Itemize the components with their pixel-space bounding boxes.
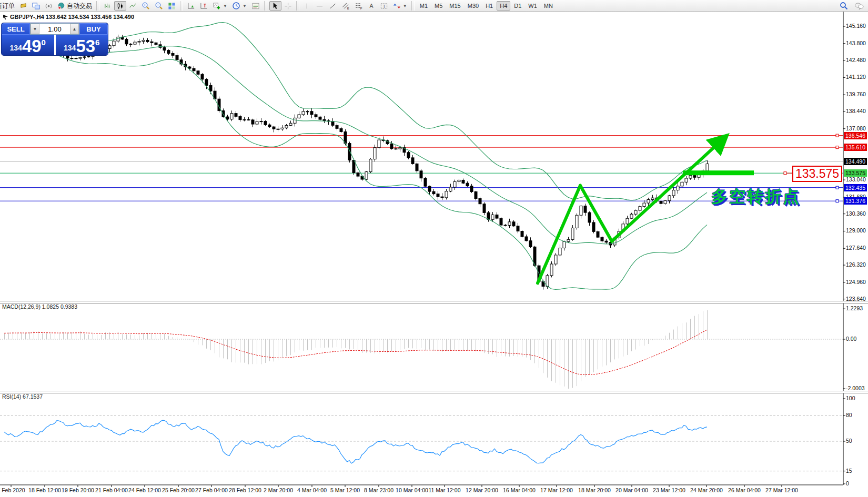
candle [66,56,69,58]
candle [588,212,591,222]
candle [306,111,309,112]
sell-button[interactable]: SELL [2,23,30,35]
candle [374,148,376,159]
trend-arrow [612,137,725,241]
volume-value[interactable]: 1.00 [39,24,70,34]
candle [445,191,448,198]
candle [496,215,498,218]
candle [563,241,566,248]
candle [567,239,570,241]
candle [517,226,519,231]
candle [437,194,439,197]
x-axis-label: 2 Mar 20:00 [264,487,293,493]
candle [277,129,279,129]
candle [272,127,275,129]
candle [580,206,582,216]
candle [256,121,258,124]
price-tag-label[interactable]: 133.575 [792,166,842,182]
candle [323,119,326,120]
macd-label: MACD(12,26,9) 1.0825 0.9383 [2,303,77,310]
one-click-trading-panel: SELL ▼ 1.00 ▲ BUY 134490 134536 [2,23,108,55]
candle [693,176,696,178]
buy-button[interactable]: BUY [79,23,108,35]
y-axis-label: 137.080 [846,125,866,131]
rsi-line [4,420,707,463]
candle [201,74,204,79]
candle [302,111,305,115]
candle [378,140,380,148]
candle [706,164,709,171]
candle [521,231,523,237]
candle [630,214,633,218]
annotation-text[interactable]: 多空转折点 [711,186,801,208]
candle [331,121,334,125]
candle [247,119,250,120]
x-axis-label: 16 Mar 04:00 [503,487,536,493]
x-axis-label: 4 Mar 04:00 [297,487,327,493]
candle [188,67,191,68]
pane-separator[interactable] [0,391,868,393]
price-level-badge: 132.435 [844,184,867,191]
bollinger-lower [4,44,707,290]
x-axis-label: 27 Feb 04:00 [195,487,228,493]
chart-canvas[interactable] [0,0,868,497]
candle [559,248,561,255]
line-anchor-marker [836,200,839,202]
volume-increase-button[interactable]: ▲ [70,24,79,34]
candle [512,222,515,226]
candle [500,218,502,225]
candle [239,116,241,119]
pane-separator[interactable] [0,301,868,303]
candle [155,43,157,45]
x-axis-label: 27 Mar 12:00 [765,487,798,493]
y-axis-label: 139.760 [846,91,866,97]
line-anchor-marker [836,134,839,137]
candle [651,198,654,199]
candle [264,121,267,125]
y-axis-label: 127.640 [846,245,866,251]
x-axis-label: 24 Feb 12:00 [128,487,161,493]
candle [340,128,342,131]
candle [150,42,153,43]
y-axis-label: 0.00 [846,336,856,342]
candle [108,46,111,49]
candle [664,201,667,204]
candle [70,58,73,59]
x-axis-label: 18 Feb 12:00 [28,487,61,493]
candle [230,114,233,119]
candle [357,173,359,176]
candle [395,149,397,149]
candle [197,71,199,74]
y-axis-label: 100 [846,395,855,401]
candle [298,115,300,118]
candle [411,158,414,164]
volume-decrease-button[interactable]: ▼ [31,24,39,34]
y-axis-label: 50 [846,438,852,444]
y-axis-label: 1.2293 [846,305,863,311]
candle [504,225,507,226]
candle [479,199,481,204]
candle [508,222,511,226]
candle [167,50,170,54]
candle [205,79,208,86]
candle [251,120,254,124]
candle [235,114,237,117]
candle [348,144,351,160]
y-axis-label: 80 [846,412,852,418]
candle [554,255,557,264]
y-axis-label: 15 [846,468,852,474]
candle [365,172,368,179]
candle [592,222,595,231]
candle [428,186,431,191]
candle [529,241,532,247]
bollinger-mid [4,42,707,244]
candle [689,176,692,178]
line-anchor-marker [836,146,839,149]
chart-title: GBPJPY-,H4 133.642 134.534 133.456 134.4… [3,14,134,20]
buy-price[interactable]: 134536 [56,35,108,55]
candle [193,68,195,71]
x-axis-label: 11 Mar 12:00 [428,487,460,493]
sell-price[interactable]: 134490 [2,35,54,55]
candle [285,125,288,128]
x-axis-label: 8 Mar 23:00 [364,487,393,493]
